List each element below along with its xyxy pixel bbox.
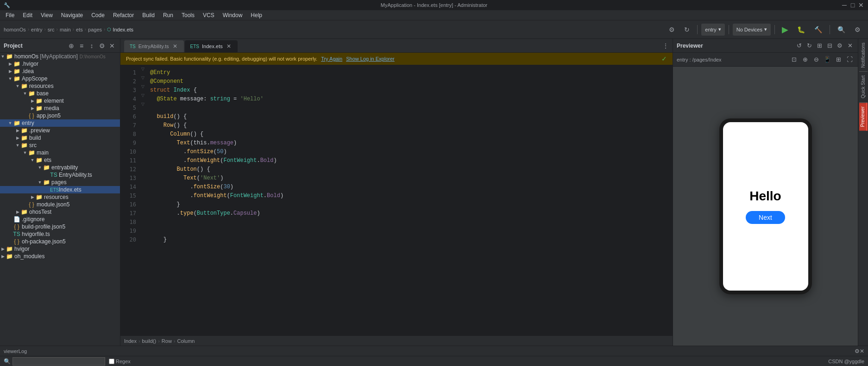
entry-dropdown[interactable]: entry ▾ [701, 24, 724, 36]
viewer-log-settings-btn[interactable]: ⚙ [855, 348, 860, 354]
tree-item-appscope[interactable]: ▼ 📁 AppScope [0, 75, 120, 82]
quick-start-tab[interactable]: Quick Start [860, 72, 867, 102]
tree-item-idea[interactable]: ▶ 📁 .idea [0, 68, 120, 75]
tab-ts-icon: TS [130, 44, 136, 49]
previewer-rotate-btn[interactable]: ↺ [795, 42, 803, 50]
menu-build[interactable]: Build [138, 11, 158, 19]
code-content[interactable]: @Entry @Component struct Index { @State … [146, 65, 673, 335]
settings-btn[interactable]: ⚙ [851, 24, 864, 36]
previewer-grid-btn[interactable]: ⊞ [815, 42, 824, 50]
previewer-settings-btn[interactable]: ⚙ [836, 42, 844, 50]
tree-item-base[interactable]: ▼ 📁 base [0, 90, 120, 97]
previewer-zoom-fit-btn[interactable]: ⊡ [789, 55, 799, 64]
breadcrumb-src[interactable]: src [48, 27, 55, 32]
viewer-log-close-btn[interactable]: ✕ [860, 348, 864, 354]
settings-icon-btn[interactable]: ⚙ [665, 24, 679, 36]
tree-item-gitignore[interactable]: ▶ 📄 .gitignore [0, 216, 120, 223]
tree-item-entryability[interactable]: ▼ 📁 entryability [0, 164, 120, 171]
show-log-link[interactable]: Show Log in Explorer [346, 56, 395, 62]
run-button[interactable]: ▶ [779, 24, 792, 36]
tree-item-element[interactable]: ▶ 📁 element [0, 97, 120, 105]
tree-item-ohostest[interactable]: ▶ 📁 ohosTest [0, 208, 120, 216]
tree-item-oh-modules[interactable]: ▶ 📁 oh_modules [0, 253, 120, 260]
previewer-layout-btn[interactable]: ⊟ [825, 42, 834, 50]
tree-item-build[interactable]: ▶ 📁 build [0, 134, 120, 142]
sidebar-close-btn[interactable]: ✕ [108, 42, 116, 50]
debug-button[interactable]: 🐛 [793, 24, 809, 36]
previewer-refresh-btn[interactable]: ↻ [805, 42, 813, 50]
tree-item-resources-main[interactable]: ▶ 📁 resources [0, 193, 120, 201]
previewer-phone-btn[interactable]: 📱 [823, 55, 832, 64]
regex-checkbox[interactable] [109, 359, 114, 364]
breadcrumb-entry[interactable]: entry [31, 27, 42, 32]
tree-item-pages[interactable]: ▼ 📁 pages [0, 179, 120, 186]
sidebar-settings-btn[interactable]: ⚙ [98, 42, 106, 50]
devices-dropdown[interactable]: No Devices ▾ [733, 24, 771, 36]
previewer-zoom-out-btn[interactable]: ⊖ [811, 55, 821, 64]
tree-item-resources-1[interactable]: ▼ 📁 resources [0, 82, 120, 90]
breadcrumb-file[interactable]: ⬡ Index.ets [107, 27, 133, 32]
tree-item-build-profile[interactable]: ▶ { } build-profile.json5 [0, 223, 120, 230]
previewer-zoom-in-btn[interactable]: ⊕ [800, 55, 810, 64]
menu-view[interactable]: View [37, 11, 57, 19]
sidebar-sort-btn[interactable]: ↕ [88, 42, 96, 50]
menu-code[interactable]: Code [88, 11, 108, 19]
tree-item-index-ets[interactable]: ▶ ETS Index.ets [0, 186, 120, 193]
tree-item-oh-package[interactable]: ▶ { } oh-package.json5 [0, 238, 120, 245]
sidebar-locate-btn[interactable]: ⊕ [67, 42, 75, 50]
tree-item-module-json5[interactable]: ▶ { } module.json5 [0, 201, 120, 208]
tab-close-index[interactable]: ✕ [226, 43, 232, 50]
regex-checkbox-label[interactable]: Regex [109, 359, 131, 364]
code-editor[interactable]: 1 2 3 4 5 6 7 8 9 10 11 12 13 14 15 16 1… [120, 65, 673, 335]
menu-refactor[interactable]: Refactor [109, 11, 138, 19]
search-input[interactable] [13, 357, 105, 366]
menu-window[interactable]: Window [219, 11, 246, 19]
folder-icon: 📁 [13, 120, 20, 126]
close-button[interactable]: ✕ [858, 2, 864, 8]
menu-run[interactable]: Run [159, 11, 177, 19]
tree-item-hvigorfile[interactable]: ▶ TS hvigorfile.ts [0, 230, 120, 238]
previewer-close-btn[interactable]: ✕ [846, 42, 854, 50]
breadcrumb-main[interactable]: main [60, 27, 71, 32]
bottom-right: CSDN @yggdle [828, 359, 864, 364]
tab-entryability[interactable]: TS EntryAbility.ts ✕ [124, 40, 184, 52]
tab-more-button[interactable]: ⋮ [662, 42, 669, 50]
tree-item-preview[interactable]: ▶ 📁 .preview [0, 127, 120, 134]
tree-item-entry[interactable]: ▼ 📁 entry [0, 119, 120, 127]
previewer-toolbar-icons: ↺ ↻ ⊞ ⊟ ⚙ ✕ [795, 42, 854, 50]
menu-help[interactable]: Help [247, 11, 266, 19]
menu-edit[interactable]: Edit [19, 11, 36, 19]
tab-close-entryability[interactable]: ✕ [172, 43, 178, 50]
bottom-section: viewerLog ⚙ ✕ 🔍 Regex CSDN @yggdle [0, 346, 868, 366]
tab-index-ets[interactable]: ETS Index.ets ✕ [185, 40, 238, 52]
tree-item-main[interactable]: ▼ 📁 main [0, 149, 120, 156]
menu-bar: File Edit View Navigate Code Refactor Bu… [0, 10, 868, 20]
devices-label: No Devices [736, 27, 762, 32]
previewer-full-btn[interactable]: ⛶ [845, 55, 854, 64]
refresh-icon-btn[interactable]: ↻ [680, 24, 693, 36]
sidebar-collapse-btn[interactable]: ≡ [77, 42, 86, 50]
menu-navigate[interactable]: Navigate [57, 11, 87, 19]
minimize-button[interactable]: ─ [841, 2, 848, 8]
tree-item-entryability-ts[interactable]: ▶ TS EntryAbility.ts [0, 171, 120, 179]
tree-item-app-json5[interactable]: ▶ { } app.json5 [0, 112, 120, 119]
tree-item-ets[interactable]: ▼ 📁 ets [0, 156, 120, 164]
tree-item-root[interactable]: ▼ 📁 homonOs [MyApplication] D:\homonOs [0, 53, 120, 60]
tree-item-src[interactable]: ▼ 📁 src [0, 142, 120, 149]
tree-item-hvigor[interactable]: ▶ 📁 .hvigor [0, 60, 120, 68]
maximize-button[interactable]: □ [849, 2, 856, 8]
breadcrumb-ets[interactable]: ets [76, 27, 83, 32]
tree-item-media-1[interactable]: ▶ 📁 media [0, 105, 120, 112]
notifications-tab[interactable]: Notifications [860, 39, 867, 71]
menu-file[interactable]: File [2, 11, 18, 19]
phone-next-button[interactable]: Next [746, 211, 785, 224]
menu-tools[interactable]: Tools [178, 11, 198, 19]
tree-item-hvigor-root[interactable]: ▶ 📁 hvigor [0, 245, 120, 253]
build-button[interactable]: 🔨 [811, 24, 826, 36]
previewer-side-tab[interactable]: Previewer [859, 103, 868, 130]
search-everywhere-btn[interactable]: 🔍 [834, 24, 849, 36]
menu-vcs[interactable]: VCS [199, 11, 218, 19]
previewer-size-btn[interactable]: ⊞ [834, 55, 843, 64]
try-again-link[interactable]: Try Again [321, 56, 342, 62]
breadcrumb-pages[interactable]: pages [88, 27, 102, 32]
